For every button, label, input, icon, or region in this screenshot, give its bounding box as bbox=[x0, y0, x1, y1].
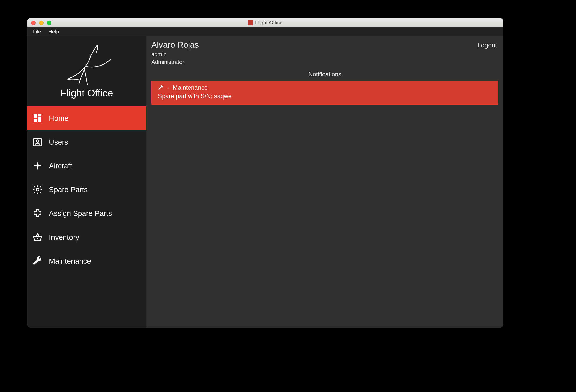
dashboard-icon bbox=[32, 113, 43, 124]
brand-block: Flight Office bbox=[27, 39, 146, 102]
notification-category: Maintenance bbox=[173, 84, 208, 91]
airplane-icon bbox=[32, 161, 43, 171]
sidebar-item-aircraft[interactable]: Aircraft bbox=[27, 154, 146, 178]
traffic-lights bbox=[31, 21, 51, 25]
extension-icon bbox=[32, 208, 43, 219]
brand-name: Flight Office bbox=[60, 88, 113, 99]
svg-point-2 bbox=[36, 188, 39, 191]
notifications-heading: Notifications bbox=[151, 71, 498, 78]
sidebar-nav: Home Users Aircraft bbox=[27, 106, 146, 273]
sidebar-item-assign-spare-parts[interactable]: Assign Spare Parts bbox=[27, 202, 146, 225]
window-title-wrap: Flight Office bbox=[27, 20, 503, 26]
sidebar-item-label: Spare Parts bbox=[49, 186, 88, 194]
svg-point-3 bbox=[37, 238, 38, 239]
user-username: admin bbox=[151, 51, 199, 58]
sidebar-item-label: Users bbox=[49, 138, 68, 146]
window-title: Flight Office bbox=[255, 20, 283, 26]
sidebar-item-label: Assign Spare Parts bbox=[49, 209, 112, 218]
header-row: Alvaro Rojas admin Administrator Logout bbox=[151, 40, 498, 66]
sidebar-item-label: Inventory bbox=[49, 233, 79, 242]
user-role: Administrator bbox=[151, 58, 199, 66]
sidebar-item-inventory[interactable]: Inventory bbox=[27, 225, 146, 249]
separator-dot: · bbox=[168, 84, 169, 91]
app-icon bbox=[248, 20, 253, 25]
user-icon bbox=[32, 137, 43, 147]
sidebar-item-label: Maintenance bbox=[49, 257, 91, 265]
logout-button[interactable]: Logout bbox=[478, 42, 497, 49]
sidebar: Flight Office Home Users bbox=[27, 36, 146, 328]
window-zoom-button[interactable] bbox=[47, 21, 51, 25]
notification-message: Spare part with S/N: saqwe bbox=[158, 93, 492, 100]
wrench-icon bbox=[158, 85, 164, 91]
content: Flight Office Home Users bbox=[27, 36, 503, 328]
app-window: Flight Office File Help Flight Off bbox=[27, 18, 503, 328]
sidebar-item-users[interactable]: Users bbox=[27, 130, 146, 154]
sidebar-item-spare-parts[interactable]: Spare Parts bbox=[27, 178, 146, 202]
sidebar-item-label: Home bbox=[49, 114, 68, 123]
bird-logo-icon bbox=[60, 41, 113, 87]
window-close-button[interactable] bbox=[31, 21, 36, 25]
sidebar-item-maintenance[interactable]: Maintenance bbox=[27, 249, 146, 273]
svg-point-1 bbox=[36, 140, 39, 142]
main-panel: Alvaro Rojas admin Administrator Logout … bbox=[146, 36, 503, 328]
window-minimize-button[interactable] bbox=[39, 21, 44, 25]
sidebar-item-label: Aircraft bbox=[49, 162, 72, 170]
notification-card[interactable]: · Maintenance Spare part with S/N: saqwe bbox=[151, 81, 498, 105]
menu-file[interactable]: File bbox=[33, 29, 41, 35]
menubar: File Help bbox=[27, 27, 503, 36]
user-display-name: Alvaro Rojas bbox=[151, 40, 199, 50]
notification-header: · Maintenance bbox=[158, 84, 492, 91]
window-titlebar: Flight Office bbox=[27, 18, 503, 27]
wrench-icon bbox=[32, 256, 43, 266]
gear-icon bbox=[32, 184, 43, 195]
sidebar-item-home[interactable]: Home bbox=[27, 106, 146, 130]
menu-help[interactable]: Help bbox=[48, 29, 59, 35]
basket-icon bbox=[32, 232, 43, 243]
user-block: Alvaro Rojas admin Administrator bbox=[151, 40, 199, 66]
